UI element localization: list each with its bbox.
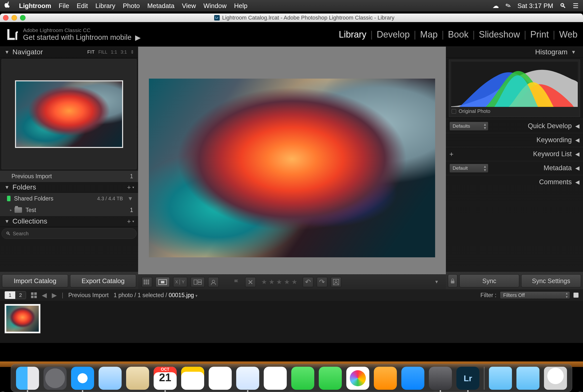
menu-view[interactable]: View <box>182 2 196 10</box>
sync-settings-button[interactable]: Sync Settings <box>521 274 581 287</box>
notes-icon[interactable] <box>181 367 204 390</box>
filter-preset-select[interactable]: Filters Off ▲▼ <box>500 291 570 299</box>
comments-header[interactable]: Comments ◀ <box>446 175 583 189</box>
histogram-graph[interactable] <box>451 62 578 107</box>
display-1-button[interactable]: 1 <box>5 291 15 299</box>
menu-library[interactable]: Library <box>95 2 115 10</box>
spotlight-icon[interactable]: 🔍︎ <box>560 2 566 10</box>
face-region-button[interactable] <box>331 277 341 287</box>
folder-expand-icon[interactable]: ▸ <box>10 208 12 212</box>
finder-icon[interactable] <box>16 367 39 390</box>
module-slideshow[interactable]: Slideshow <box>479 29 520 40</box>
facetime-icon[interactable] <box>319 367 342 390</box>
rotate-ccw-button[interactable]: ↶ <box>303 277 313 287</box>
volume-row[interactable]: Shared Folders 4.3 / 4.4 TB ▼ <box>0 193 138 204</box>
metadata-preset-select[interactable]: Default ▲▼ <box>449 164 488 173</box>
histogram-header[interactable]: Histogram ▼ <box>446 47 583 58</box>
navigator-preview[interactable] <box>2 59 137 169</box>
export-catalog-button[interactable]: Export Catalog <box>70 274 136 287</box>
menu-metadata[interactable]: Metadata <box>147 2 174 10</box>
navigator-disclosure-icon[interactable]: ▼ <box>5 49 10 55</box>
collections-header[interactable]: ▼ Collections +▾ <box>0 216 138 227</box>
notification-center-icon[interactable]: ☰ <box>573 2 578 10</box>
toolbar-content-dropdown-icon[interactable]: ▼ <box>434 279 442 285</box>
catalog-previous-import-row[interactable]: Previous Import 1 <box>0 171 138 182</box>
menu-photo[interactable]: Photo <box>123 2 140 10</box>
zoom-3-1[interactable]: 3:1 <box>121 50 127 55</box>
lightroom-icon[interactable] <box>456 367 479 390</box>
keyword-list-header[interactable]: + Keyword List ◀ <box>446 147 583 161</box>
module-book[interactable]: Book <box>448 29 468 40</box>
folders-disclosure-icon[interactable]: ▼ <box>5 184 10 190</box>
module-develop[interactable]: Develop <box>377 29 410 40</box>
quick-develop-preset-select[interactable]: Defaults ▲▼ <box>449 122 488 131</box>
loupe-view-button[interactable] <box>156 277 170 287</box>
jump-to-grid-icon[interactable] <box>31 292 37 298</box>
import-catalog-button[interactable]: Import Catalog <box>2 274 68 287</box>
apple-menu-icon[interactable] <box>5 2 12 10</box>
messages-app-icon[interactable] <box>236 367 259 390</box>
collections-add-button[interactable]: +▾ <box>127 218 134 225</box>
module-map[interactable]: Map <box>420 29 438 40</box>
compare-view-button[interactable]: X│Y <box>173 277 187 287</box>
contacts-icon[interactable] <box>126 367 149 390</box>
grid-view-button[interactable] <box>142 277 152 287</box>
people-view-button[interactable] <box>208 277 219 287</box>
go-back-button[interactable]: ◀ <box>42 291 47 299</box>
folder-row[interactable]: ▸ Test 1 <box>0 204 138 216</box>
keyword-list-add-button[interactable]: + <box>449 150 453 158</box>
itunes-icon[interactable] <box>346 367 369 390</box>
appstore-icon[interactable] <box>401 367 424 390</box>
flag-pick-button[interactable] <box>231 277 242 287</box>
comments-disclosure-icon[interactable]: ◀ <box>575 179 579 185</box>
histogram-disclosure-icon[interactable]: ▼ <box>571 49 576 55</box>
folders-header[interactable]: ▼ Folders +▾ <box>0 182 138 193</box>
rotate-cw-button[interactable]: ↷ <box>317 277 327 287</box>
module-web[interactable]: Web <box>559 29 577 40</box>
rating-stars[interactable]: ★ ★ ★ ★ ★ <box>261 278 297 286</box>
filmstrip-thumbnail[interactable] <box>5 304 41 333</box>
systemprefs-icon[interactable] <box>429 367 452 390</box>
display-2-button[interactable]: 2 <box>15 291 26 299</box>
filmstrip[interactable] <box>0 301 583 343</box>
ibooks-icon[interactable] <box>374 367 397 390</box>
trash-icon[interactable] <box>544 367 567 390</box>
volume-disclosure-icon[interactable]: ▼ <box>127 195 133 202</box>
keyword-list-disclosure-icon[interactable]: ◀ <box>575 151 579 157</box>
window-minimize-button[interactable] <box>12 15 17 21</box>
menu-help[interactable]: Help <box>234 2 247 10</box>
creative-cloud-icon[interactable]: ☁︎ <box>492 2 499 10</box>
keywording-disclosure-icon[interactable]: ◀ <box>575 137 579 143</box>
downloads-folder-icon[interactable] <box>516 367 539 390</box>
quick-develop-header[interactable]: Defaults ▲▼ Quick Develop ◀ <box>446 119 583 133</box>
collections-search-input[interactable]: 🔍︎ Search <box>2 228 137 239</box>
mail-icon[interactable] <box>99 367 122 390</box>
menu-edit[interactable]: Edit <box>77 2 88 10</box>
menu-file[interactable]: File <box>59 2 69 10</box>
filter-lock-button[interactable] <box>573 293 578 298</box>
applications-folder-icon[interactable] <box>489 367 512 390</box>
window-close-button[interactable] <box>3 15 9 21</box>
navigator-header[interactable]: ▼ Navigator FIT FILL 1:1 3:1 ⇕ <box>0 47 138 58</box>
menu-app-name[interactable]: Lightroom <box>19 2 51 10</box>
safari-icon[interactable] <box>71 367 94 390</box>
zoom-stepper-icon[interactable]: ⇕ <box>130 49 134 55</box>
keywording-header[interactable]: Keywording ◀ <box>446 133 583 147</box>
survey-view-button[interactable] <box>191 277 205 287</box>
module-library[interactable]: Library <box>339 29 366 40</box>
metadata-disclosure-icon[interactable]: ◀ <box>575 165 579 171</box>
original-photo-checkbox[interactable]: Original Photo <box>451 107 578 115</box>
brand-line-mobile[interactable]: Get started with Lightroom mobile ▶ <box>23 33 141 42</box>
calendar-icon[interactable]: OCT 21 <box>154 367 177 390</box>
zoom-fill[interactable]: FILL <box>98 50 107 55</box>
menu-window[interactable]: Window <box>203 2 226 10</box>
script-menu-icon[interactable]: ✎ <box>504 1 512 11</box>
loupe-view[interactable]: X│Y ★ ★ ★ ★ ★ ↶ ↷ ▼ <box>138 47 446 289</box>
window-zoom-button[interactable] <box>20 15 26 21</box>
filmstrip-source-label[interactable]: Previous Import <box>68 292 109 299</box>
sync-lock-button[interactable] <box>448 274 457 287</box>
launchpad-icon[interactable] <box>44 367 67 390</box>
reminders-icon[interactable] <box>209 367 232 390</box>
secondary-display-toggle[interactable]: 1 2 <box>5 291 26 299</box>
sync-button[interactable]: Sync <box>459 274 519 287</box>
